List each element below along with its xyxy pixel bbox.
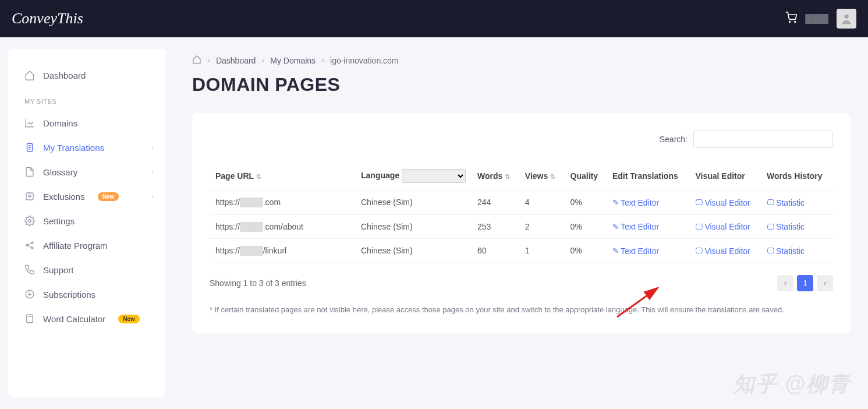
svg-point-7 — [31, 242, 33, 244]
sidebar-item-subscriptions[interactable]: Subscriptions — [8, 282, 165, 306]
monitor-icon: 🖵 — [767, 246, 774, 255]
cell-lang: Chinese (Sim) — [355, 191, 472, 215]
monitor-icon: 🖵 — [767, 223, 774, 231]
sidebar-item-glossary[interactable]: Glossary › — [8, 160, 165, 184]
breadcrumb: • Dashboard • My Domains • igo-innovatio… — [192, 55, 851, 66]
user-name: ████ — [805, 14, 828, 23]
sidebar-item-domains[interactable]: Domains — [8, 111, 165, 135]
sidebar-section-label: MY SITES — [8, 87, 165, 111]
pager-next[interactable]: › — [817, 275, 833, 291]
pager-prev[interactable]: ‹ — [777, 275, 793, 291]
edit-icon: ✎ — [612, 198, 619, 207]
cart-icon[interactable] — [785, 12, 797, 26]
main-content: • Dashboard • My Domains • igo-innovatio… — [165, 37, 868, 409]
sidebar-item-settings[interactable]: Settings — [8, 209, 165, 233]
text-editor-link[interactable]: ✎Text Editor — [612, 198, 659, 207]
svg-rect-10 — [27, 315, 33, 323]
separator: • — [321, 56, 324, 65]
svg-point-2 — [844, 15, 848, 19]
table-row: https://████/linkurlChinese (Sim)6010%✎T… — [210, 239, 833, 263]
monitor-icon: 🖵 — [767, 198, 774, 207]
sort-icon[interactable]: ⇅ — [505, 173, 510, 180]
sort-icon[interactable]: ⇅ — [550, 173, 555, 180]
sidebar-item-support[interactable]: Support — [8, 258, 165, 282]
cell-words: 244 — [472, 191, 519, 215]
card: Search: Page URL⇅ Language Words⇅ Views⇅… — [192, 113, 851, 333]
sidebar-item-wordcalc[interactable]: Word Calculator New — [8, 306, 165, 331]
cell-views: 2 — [519, 214, 565, 239]
logo[interactable]: ConveyThis — [12, 10, 83, 27]
chevron-right-icon: › — [151, 168, 154, 175]
separator: • — [261, 56, 264, 65]
list-icon — [24, 191, 35, 202]
sort-icon[interactable]: ⇅ — [256, 173, 261, 180]
home-icon — [24, 70, 35, 80]
breadcrumb-link-mydomains[interactable]: My Domains — [270, 56, 316, 65]
phone-icon — [24, 265, 35, 275]
language-select[interactable] — [402, 169, 466, 183]
separator: • — [207, 56, 210, 65]
sidebar-item-mytranslations[interactable]: My Translations › — [8, 135, 165, 160]
cell-quality: 0% — [565, 214, 607, 239]
svg-point-5 — [29, 220, 31, 223]
text-editor-link[interactable]: ✎Text Editor — [612, 222, 659, 231]
svg-point-8 — [31, 247, 33, 249]
share-icon — [24, 240, 35, 251]
sidebar-item-label: Domains — [43, 118, 77, 128]
pagination: ‹ 1 › — [777, 275, 833, 291]
sidebar-item-label: My Translations — [43, 143, 104, 153]
new-badge: New — [98, 192, 119, 201]
clipboard-icon — [24, 142, 35, 153]
table-row: https://████.comChinese (Sim)24440%✎Text… — [210, 191, 833, 215]
sidebar-item-label: Subscriptions — [43, 290, 95, 299]
sidebar-item-label: Affiliate Program — [43, 241, 108, 251]
pages-table: Page URL⇅ Language Words⇅ Views⇅ Quality… — [210, 162, 833, 263]
home-icon[interactable] — [192, 55, 201, 66]
sidebar-item-label: Exclusions — [43, 192, 85, 202]
col-words[interactable]: Words — [477, 171, 502, 181]
topbar-right: ████ — [785, 9, 856, 29]
sidebar-item-affiliate[interactable]: Affiliate Program — [8, 233, 165, 258]
sidebar: Dashboard MY SITES Domains My Translatio… — [8, 49, 165, 397]
svg-point-1 — [795, 21, 796, 22]
text-editor-link[interactable]: ✎Text Editor — [612, 246, 659, 256]
col-language: Language — [361, 171, 399, 180]
cell-url: https://████.com — [210, 191, 355, 215]
monitor-icon: 🖵 — [695, 246, 703, 255]
avatar[interactable] — [837, 9, 856, 29]
col-views[interactable]: Views — [525, 171, 548, 181]
layers-icon — [24, 289, 35, 299]
search-input[interactable] — [693, 131, 833, 148]
cell-url: https://████.com/about — [210, 214, 355, 239]
search-label: Search: — [660, 135, 688, 144]
statistic-link[interactable]: 🖵Statistic — [767, 246, 805, 256]
cell-words: 60 — [472, 239, 519, 263]
svg-rect-4 — [26, 193, 33, 200]
sidebar-item-dashboard[interactable]: Dashboard — [8, 63, 165, 87]
cell-views: 4 — [519, 191, 565, 215]
pager-page-1[interactable]: 1 — [797, 275, 813, 291]
breadcrumb-link-dashboard[interactable]: Dashboard — [216, 56, 256, 65]
svg-point-0 — [789, 21, 791, 22]
edit-icon: ✎ — [612, 246, 619, 255]
col-words-history: Words History — [767, 171, 822, 181]
visual-editor-link[interactable]: 🖵Visual Editor — [695, 246, 750, 256]
statistic-link[interactable]: 🖵Statistic — [767, 222, 805, 231]
cell-quality: 0% — [565, 191, 607, 215]
gear-icon — [24, 216, 35, 226]
showing-text: Showing 1 to 3 of 3 entries — [210, 278, 306, 288]
col-page-url[interactable]: Page URL — [215, 171, 254, 181]
document-icon — [24, 167, 35, 177]
visual-editor-link[interactable]: 🖵Visual Editor — [695, 198, 750, 207]
search-row: Search: — [210, 131, 833, 148]
chevron-right-icon: › — [151, 193, 154, 200]
statistic-link[interactable]: 🖵Statistic — [767, 198, 805, 207]
col-visual-editor: Visual Editor — [695, 171, 745, 181]
topbar: ConveyThis ████ — [0, 0, 868, 37]
sidebar-item-exclusions[interactable]: Exclusions New › — [8, 184, 165, 209]
calculator-icon — [24, 313, 35, 324]
monitor-icon: 🖵 — [695, 223, 703, 231]
page-title: DOMAIN PAGES — [192, 74, 851, 96]
footnote: * If certain translated pages are not vi… — [210, 304, 833, 316]
visual-editor-link[interactable]: 🖵Visual Editor — [695, 222, 750, 231]
